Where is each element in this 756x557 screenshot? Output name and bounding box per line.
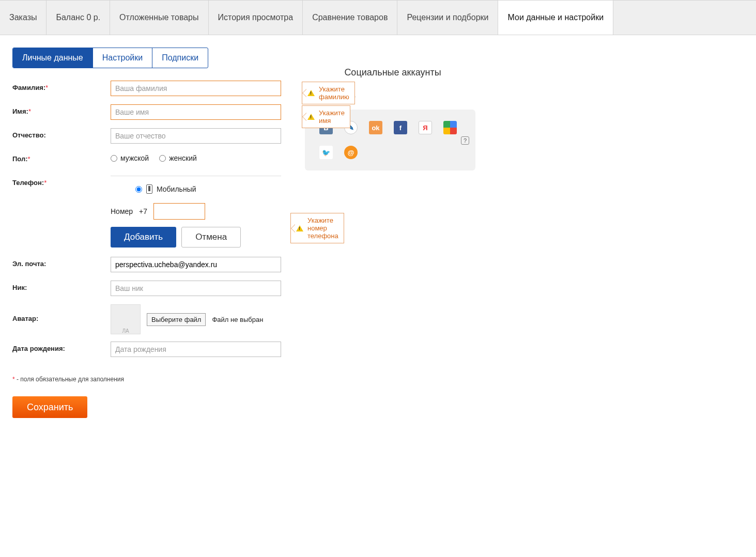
twitter-icon[interactable]: 🐦 [319,146,333,159]
phone-type-mobile-radio[interactable] [135,186,142,193]
tab-subs[interactable]: Подписки [152,48,208,68]
nick-input[interactable] [111,281,281,296]
mailru-icon[interactable]: @ [344,146,358,159]
nav-compare[interactable]: Сравнение товаров [303,1,397,35]
gender-female-radio[interactable] [159,155,166,162]
email-input[interactable] [111,257,281,272]
nav-orders[interactable]: Заказы [0,1,47,35]
nav-history[interactable]: История просмотра [209,1,303,35]
error-phone: Укажите номер телефона [290,213,344,243]
phone-type-mobile-label: Мобильный [157,185,196,193]
gender-female-option[interactable]: женский [159,154,197,162]
avatar-placeholder: ЛА [111,304,141,334]
avatar-choose-file-button[interactable]: Выберите файл [147,313,206,326]
label-avatar: Аватар: [12,304,111,322]
top-nav: Заказы Баланс 0 р. Отложенные товары Ист… [0,0,756,35]
tab-personal[interactable]: Личные данные [13,48,93,68]
label-lastname: Фамилия:* [12,81,111,91]
yandex-icon[interactable]: Я [419,121,432,134]
warning-icon [296,225,303,231]
firstname-input[interactable] [111,104,281,120]
label-middlename: Отчество: [12,128,111,139]
required-note: * - поля обязательные для заполнения [12,376,302,383]
phone-prefix: +7 [139,207,147,215]
phone-cancel-button[interactable]: Отмена [181,227,241,247]
phone-add-button[interactable]: Добавить [111,227,176,247]
label-nick: Ник: [12,281,111,291]
sub-tabs: Личные данные Настройки Подписки [12,48,208,68]
nav-mydata[interactable]: Мои данные и настройки [498,1,613,35]
nav-balance[interactable]: Баланс 0 р. [47,1,110,35]
nav-reviews[interactable]: Рецензии и подборки [397,1,498,35]
mobile-phone-icon [146,184,152,194]
phone-number-label: Номер [111,207,133,215]
error-lastname: Укажите фамилию [302,82,355,104]
facebook-icon[interactable]: f [394,121,407,134]
google-icon[interactable] [443,121,457,134]
avatar-file-status: Файл не выбран [212,316,263,323]
phone-number-input[interactable] [153,203,205,220]
warning-icon [307,90,315,96]
dob-input[interactable] [111,342,281,357]
tab-settings[interactable]: Настройки [93,48,152,68]
gender-male-option[interactable]: мужской [111,154,149,162]
label-firstname: Имя:* [12,104,111,115]
help-icon[interactable]: ? [461,136,469,145]
personal-form: Фамилия:* Укажите фамилию Имя:* Укажите … [12,81,302,418]
label-email: Эл. почта: [12,257,111,268]
lastname-input[interactable] [111,81,281,96]
social-title: Социальные аккаунты [305,67,481,78]
gender-male-radio[interactable] [111,155,117,162]
middlename-input[interactable] [111,128,281,144]
error-firstname: Укажите имя [302,105,350,128]
save-button[interactable]: Сохранить [12,396,87,418]
label-dob: Дата рождения: [12,342,111,352]
social-subtitle-fragment: каунт [336,94,481,102]
label-gender: Пол:* [12,152,111,163]
odnoklassniki-icon[interactable]: ok [369,121,382,134]
label-phone: Телефон:* [12,176,111,187]
nav-deferred[interactable]: Отложенные товары [110,1,208,35]
warning-icon [307,114,315,120]
